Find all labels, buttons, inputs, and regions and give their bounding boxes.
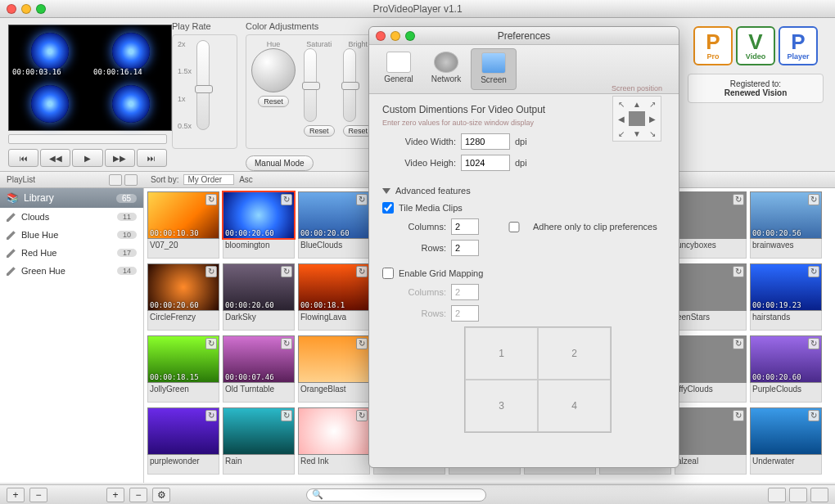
tile-media-label: Tile Media Clips [399, 203, 463, 213]
video-height-input[interactable] [461, 155, 510, 171]
clip-hairstands[interactable]: ↻00:00:19.23hairstands [750, 263, 822, 334]
screen-position-picker[interactable]: ↖▲↗ ◀▶ ↙▼↘ [612, 96, 661, 142]
loop-icon[interactable]: ↻ [205, 410, 217, 421]
loop-icon[interactable]: ↻ [733, 266, 744, 277]
clip-FlowingLava[interactable]: ↻00:00:18.1FlowingLava [298, 263, 370, 334]
loop-icon[interactable]: ↻ [808, 410, 819, 421]
loop-icon[interactable]: ↻ [205, 194, 217, 205]
hue-dial[interactable] [251, 48, 296, 92]
clip-brainwaves[interactable]: ↻00:00:20.56brainwaves [750, 191, 822, 262]
video-width-input[interactable] [461, 133, 510, 150]
video-preview[interactable]: 00:00:03.16 00:00:16.14 [8, 25, 172, 131]
footer-btn-c[interactable] [810, 488, 828, 502]
tile-media-checkbox[interactable] [382, 202, 394, 214]
sort-asc-button[interactable]: Asc [239, 175, 253, 184]
loop-icon[interactable]: ↻ [808, 338, 819, 349]
loop-icon[interactable]: ↻ [281, 410, 292, 421]
clip-Underwater[interactable]: ↻Underwater [750, 407, 822, 478]
action-button[interactable]: ⚙ [152, 488, 170, 502]
grid-mapping-checkbox[interactable] [382, 268, 394, 279]
screen-pos-label: Screen position [612, 84, 662, 92]
grid-mapping-label: Enable Grid Mapping [399, 268, 483, 278]
saturation-slider[interactable] [304, 48, 317, 122]
remove-clip-button[interactable]: − [129, 488, 147, 502]
loop-icon[interactable]: ↻ [356, 194, 368, 205]
clip-eenStars[interactable]: ↻eenStars [675, 263, 747, 334]
sidebar-item-red-hue[interactable]: Red Hue17 [0, 244, 143, 262]
sidebar-item-green-hue[interactable]: Green Hue14 [0, 262, 143, 280]
playrate-slider[interactable] [196, 40, 210, 130]
clip-BlueClouds[interactable]: ↻00:00:20.60BlueClouds [298, 191, 370, 262]
loop-icon[interactable]: ↻ [356, 266, 368, 277]
sat-reset-button[interactable]: Reset [304, 125, 335, 137]
loop-icon[interactable]: ↻ [205, 338, 217, 349]
timecode-right: 00:00:16.14 [92, 68, 144, 76]
loop-icon[interactable]: ↻ [356, 410, 368, 421]
transport-btn-3[interactable]: ▶▶ [105, 149, 135, 167]
clip-purplewonder[interactable]: ↻purplewonder [147, 407, 219, 478]
clip-bloomington[interactable]: ↻00:00:20.60bloomington [223, 191, 295, 262]
prefs-title: Preferences [369, 30, 679, 42]
tile-columns-input[interactable] [451, 218, 479, 235]
sidebar-library[interactable]: 📚Library 65 [0, 188, 143, 208]
clip-alzeal[interactable]: ↻alzeal [675, 407, 747, 478]
loop-icon[interactable]: ↻ [205, 266, 217, 277]
adhere-checkbox[interactable] [500, 222, 528, 232]
grid-map-preview[interactable]: 1 2 3 4 [464, 326, 612, 433]
preferences-window: Preferences General Network Screen Custo… [368, 26, 679, 468]
loop-icon[interactable]: ↻ [808, 194, 819, 205]
loop-icon[interactable]: ↻ [733, 194, 744, 205]
loop-icon[interactable]: ↻ [808, 266, 819, 277]
sort-order-dropdown[interactable]: My Order [183, 174, 234, 185]
tab-network[interactable]: Network [423, 48, 469, 90]
brightness-slider[interactable] [343, 48, 356, 122]
scrub-bar[interactable] [8, 134, 167, 144]
clip-DarkSky[interactable]: ↻00:00:20.60DarkSky [223, 263, 295, 334]
footer-bar: + − + − ⚙ 🔍 [0, 484, 835, 504]
add-playlist-button[interactable]: + [7, 488, 25, 502]
registered-name: Renewed Vision [693, 88, 818, 97]
sidebar-item-clouds[interactable]: Clouds11 [0, 208, 143, 226]
clip-JollyGreen[interactable]: ↻00:00:18.15JollyGreen [147, 335, 219, 406]
tab-screen[interactable]: Screen [471, 48, 517, 90]
add-clip-button[interactable]: + [106, 488, 124, 502]
loop-icon[interactable]: ↻ [733, 410, 744, 421]
loop-icon[interactable]: ↻ [281, 266, 292, 277]
tile-rows-input[interactable] [451, 240, 479, 256]
library-icon: 📚 [7, 192, 19, 204]
manual-mode-button[interactable]: Manual Mode [246, 155, 314, 171]
loop-icon[interactable]: ↻ [281, 338, 292, 349]
transport-btn-2[interactable]: ▶ [72, 149, 102, 167]
grid-view-icon[interactable] [124, 174, 138, 186]
library-count: 65 [116, 194, 137, 203]
hue-reset-button[interactable]: Reset [258, 96, 289, 107]
loop-icon[interactable]: ↻ [281, 194, 292, 205]
logo-2: PPlayer [779, 26, 818, 65]
advanced-disclosure[interactable]: Advanced features [382, 186, 666, 196]
search-input[interactable]: 🔍 [306, 488, 486, 502]
preview-panel: 00:00:03.16 00:00:16.14 ⏮◀◀▶▶▶⏭ [0, 18, 172, 171]
clip-iffyClouds[interactable]: ↻iffyClouds [675, 335, 747, 406]
brand-panel: PProVVideoPPlayer Registered to: Renewed… [688, 18, 835, 171]
list-view-icon[interactable] [109, 174, 122, 186]
sidebar-item-blue-hue[interactable]: Blue Hue10 [0, 226, 143, 244]
video-width-label: Video Width: [382, 137, 456, 146]
transport-btn-4[interactable]: ⏭ [137, 149, 167, 167]
clip-Old Turntable[interactable]: ↻00:00:07.46Old Turntable [223, 335, 295, 406]
transport-btn-0[interactable]: ⏮ [8, 149, 38, 167]
transport-btn-1[interactable]: ◀◀ [40, 149, 70, 167]
footer-btn-a[interactable] [768, 488, 786, 502]
playlist-label: PlayList [7, 175, 35, 184]
remove-playlist-button[interactable]: − [29, 488, 47, 502]
clip-Red Ink[interactable]: ↻Red Ink [298, 407, 370, 478]
clip-CircleFrenzy[interactable]: ↻00:00:20.60CircleFrenzy [147, 263, 219, 334]
clip-PurpleClouds[interactable]: ↻00:00:20.60PurpleClouds [750, 335, 822, 406]
clip-OrangeBlast[interactable]: ↻OrangeBlast [298, 335, 370, 406]
clip-uncyboxes[interactable]: ↻uncyboxes [675, 191, 747, 262]
loop-icon[interactable]: ↻ [733, 338, 744, 349]
tab-general[interactable]: General [376, 48, 422, 90]
footer-btn-b[interactable] [789, 488, 807, 502]
loop-icon[interactable]: ↻ [356, 338, 368, 349]
clip-V07_20[interactable]: ↻00:00:10.30V07_20 [147, 191, 219, 262]
clip-Rain[interactable]: ↻Rain [223, 407, 295, 478]
